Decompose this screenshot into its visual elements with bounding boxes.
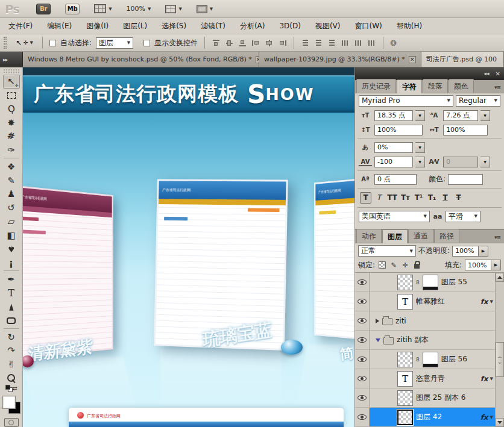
tracking-dropdown-button[interactable]: ▼ xyxy=(415,157,425,167)
eyedropper-tool[interactable]: ✑ xyxy=(3,143,20,157)
tracking-field[interactable]: -100 xyxy=(374,157,413,167)
auto-select-target-dropdown[interactable]: 图层 ▼ xyxy=(96,37,133,49)
patch-tool[interactable]: ❖ xyxy=(3,160,20,173)
kerning-field[interactable]: 0 xyxy=(443,157,478,167)
layers-scrollbar[interactable] xyxy=(495,273,504,427)
superscript-button[interactable]: T¹ xyxy=(413,192,424,204)
arrange-documents-button[interactable]: ▼ xyxy=(165,5,181,13)
swap-colors-icon[interactable]: ⇄ xyxy=(13,385,17,391)
vertical-scale-field[interactable]: 100% xyxy=(374,125,423,136)
all-caps-button[interactable]: TT xyxy=(386,192,398,204)
crop-tool[interactable]: # xyxy=(3,129,20,143)
text-color-swatch[interactable] xyxy=(448,174,483,185)
scrollbar-thumb[interactable] xyxy=(496,342,504,377)
subscript-button[interactable]: T₁ xyxy=(426,192,438,204)
rounded-rectangle-tool[interactable] xyxy=(3,314,20,328)
visibility-cell[interactable] xyxy=(355,408,370,426)
eraser-tool[interactable]: ▱ xyxy=(3,214,20,228)
lock-pixels-button[interactable]: ✎ xyxy=(389,261,398,269)
layer-effects-badge[interactable]: fx▼ xyxy=(480,298,493,306)
layer-mask-thumbnail[interactable] xyxy=(423,352,438,367)
screen-mode-button[interactable]: ▼ xyxy=(197,5,213,13)
layer-row[interactable]: T 恣意丹青 fx▼ xyxy=(355,369,504,388)
fill-slider-button[interactable]: ▶ xyxy=(491,260,501,270)
lock-all-button[interactable] xyxy=(412,261,421,269)
clone-stamp-tool[interactable]: ♟ xyxy=(3,187,20,201)
menu-window[interactable]: 窗口(W) xyxy=(355,21,382,31)
zoom-tool[interactable] xyxy=(3,372,20,385)
default-colors-control[interactable]: ⇄ xyxy=(5,385,17,393)
menu-3d[interactable]: 3D(D) xyxy=(279,22,300,30)
visibility-cell[interactable] xyxy=(355,388,370,407)
group-row[interactable]: zitih 副本 xyxy=(355,331,504,350)
scroll-down-button[interactable] xyxy=(496,418,504,427)
underline-button[interactable]: T xyxy=(439,192,451,204)
tab-actions[interactable]: 动作 xyxy=(356,229,382,243)
tab-channels[interactable]: 通道 xyxy=(408,229,433,243)
visibility-cell[interactable] xyxy=(355,369,370,388)
collapse-panels-icon[interactable]: ◂◂ xyxy=(484,70,490,76)
3d-rotate-tool[interactable]: ↻ xyxy=(3,330,20,344)
doc-tab-3[interactable]: 司法厅广告.psd @ 100 xyxy=(421,52,504,67)
tab-paths[interactable]: 路径 xyxy=(434,229,459,243)
close-icon[interactable]: ✕ xyxy=(409,56,416,63)
faux-bold-button[interactable]: T xyxy=(360,192,371,204)
kerning-dropdown-button[interactable]: ▼ xyxy=(480,157,490,167)
type-tool[interactable]: T xyxy=(3,286,20,300)
distribute-horizontal-centers-button[interactable] xyxy=(354,39,363,47)
hand-tool[interactable]: ✌ xyxy=(3,358,20,372)
visibility-cell[interactable] xyxy=(355,311,370,330)
tab-color[interactable]: 颜色 xyxy=(449,79,474,93)
move-tool[interactable]: ↖✛ xyxy=(3,75,20,89)
lock-transparency-button[interactable] xyxy=(378,261,386,269)
layer-thumbnail[interactable] xyxy=(397,275,413,290)
panel-menu-icon[interactable]: ▾≡ xyxy=(494,234,503,243)
opacity-control[interactable]: 100% ▶ xyxy=(452,246,488,257)
antialias-dropdown[interactable]: 平滑 ▼ xyxy=(446,211,480,222)
layer-row[interactable]: 8 图层 55 xyxy=(355,273,504,292)
tab-character[interactable]: 字符 xyxy=(397,79,422,93)
fill-value[interactable]: 100% xyxy=(465,260,491,270)
layer-row[interactable]: 图层 25 副本 6 xyxy=(355,388,504,408)
lasso-tool[interactable]: Ϙ xyxy=(3,102,20,116)
zoom-level-dropdown[interactable]: 100% ▼ xyxy=(127,5,151,13)
3d-orbit-tool[interactable]: ↷ xyxy=(3,344,20,358)
fill-control[interactable]: 100% ▶ xyxy=(465,260,501,270)
menu-analysis[interactable]: 分析(A) xyxy=(240,21,265,31)
font-size-dropdown-button[interactable]: ▼ xyxy=(415,110,425,121)
layer-mask-thumbnail[interactable] xyxy=(423,275,438,290)
language-dropdown[interactable]: 美国英语 ▼ xyxy=(359,211,430,222)
menu-file[interactable]: 文件(F) xyxy=(8,21,33,31)
visibility-cell[interactable] xyxy=(355,273,370,291)
opacity-value[interactable]: 100% xyxy=(452,246,479,257)
quick-selection-tool[interactable]: ✸ xyxy=(3,116,20,129)
align-vertical-centers-button[interactable] xyxy=(225,39,234,47)
brush-tool[interactable]: ✎ xyxy=(3,173,20,187)
layer-effects-badge[interactable]: fx▼ xyxy=(480,413,493,422)
leading-dropdown-button[interactable]: ▼ xyxy=(480,110,490,121)
small-caps-button[interactable]: Tᴛ xyxy=(400,192,411,204)
rectangular-marquee-tool[interactable] xyxy=(3,89,20,102)
toolbar-collapse-header[interactable]: ▸▸ xyxy=(0,52,23,67)
foreground-color-swatch[interactable] xyxy=(2,396,16,409)
menu-edit[interactable]: 编辑(E) xyxy=(47,21,72,31)
distribute-left-edges-button[interactable] xyxy=(341,39,350,47)
menu-view[interactable]: 视图(V) xyxy=(315,21,341,31)
close-icon[interactable]: ✕ xyxy=(496,70,500,77)
faux-italic-button[interactable]: T xyxy=(373,192,385,204)
menu-help[interactable]: 帮助(H) xyxy=(397,21,422,31)
font-size-field[interactable]: 18.35 点 xyxy=(374,110,413,121)
show-transform-checkbox[interactable] xyxy=(143,40,150,46)
menu-image[interactable]: 图像(I) xyxy=(86,21,109,31)
menu-select[interactable]: 选择(S) xyxy=(162,21,186,31)
pen-tool[interactable]: ✒ xyxy=(3,272,20,286)
doc-tab-2[interactable]: wallpaper-103929.jpg @ 33.3%(RGB/8#) * ✕ xyxy=(259,52,421,67)
visibility-cell[interactable] xyxy=(355,292,370,311)
lock-position-button[interactable]: ✛ xyxy=(401,261,409,269)
layer-thumbnail[interactable] xyxy=(397,352,413,367)
layer-thumbnail[interactable] xyxy=(397,390,413,406)
distribute-top-edges-button[interactable] xyxy=(301,39,310,47)
leading-field[interactable]: 7.26 点 xyxy=(443,110,478,121)
move-tool-preset[interactable]: ↖ ✛ ▼ xyxy=(13,37,36,48)
burn-tool[interactable]: ¡ xyxy=(3,256,20,270)
